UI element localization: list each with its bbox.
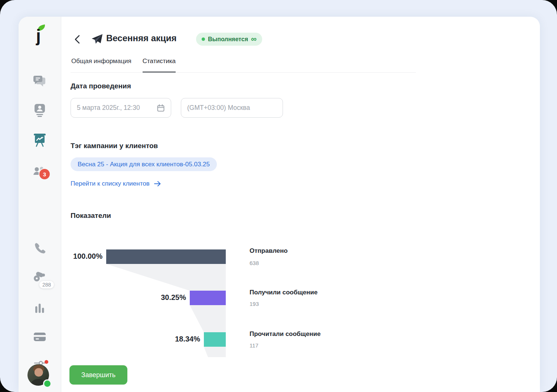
funnel-label-sent: Отправлено	[250, 247, 288, 255]
funnel-value-sent: 638	[250, 260, 259, 266]
funnel-bar-read	[204, 332, 226, 347]
timezone-input[interactable]: (GMT+03:00) Москва	[181, 98, 283, 118]
funnel-percent-sent: 100.00%	[73, 252, 102, 261]
clients-list-link[interactable]: Перейти к списку клиентов	[71, 180, 162, 187]
funnel-label-read: Прочитали сообщение	[250, 330, 320, 338]
funnel-percent-received: 30.25%	[161, 293, 186, 302]
tag-section-heading: Тэг кампании у клиентов	[71, 142, 158, 150]
logo-letter: j	[36, 27, 41, 44]
clients-list-link-label: Перейти к списку клиентов	[71, 180, 150, 187]
status-dot-icon	[202, 37, 205, 41]
arrow-right-icon	[154, 181, 162, 187]
timezone-value: (GMT+03:00) Москва	[187, 104, 250, 112]
datetime-value: 5 марта 2025г., 12:30	[77, 104, 140, 112]
chats-icon	[33, 74, 47, 88]
sidebar-item-contacts[interactable]	[19, 103, 61, 118]
app-window: j	[0, 0, 557, 392]
paper-plane-icon	[91, 33, 103, 45]
funnel-chart: 100.00% 30.25% 18.34% Отправлено 638 Пол…	[19, 249, 540, 361]
clients-badge: 3	[39, 168, 51, 180]
campaign-tag-chip[interactable]: Весна 25 - Акция для всех клиентов-05.03…	[71, 157, 217, 171]
tab-bar: Общая информация Статистика	[71, 58, 176, 73]
sidebar-item-chats[interactable]	[19, 74, 61, 88]
funnel-bar-received	[190, 291, 226, 305]
tabs-divider	[71, 72, 416, 73]
sidebar-item-clients[interactable]: 3	[19, 165, 61, 179]
tab-statistics[interactable]: Статистика	[143, 58, 176, 73]
funnel-value-received: 193	[250, 301, 259, 307]
status-label: Выполняется	[208, 36, 248, 43]
main-card: j	[19, 17, 540, 392]
back-button[interactable]	[72, 34, 82, 45]
finish-button[interactable]: Завершить	[69, 365, 127, 385]
metrics-heading: Показатели	[71, 212, 111, 220]
funnel-percent-read: 18.34%	[175, 335, 200, 343]
chevron-left-icon	[74, 35, 81, 44]
funnel-label-received: Получили сообщение	[250, 289, 317, 296]
date-section-heading: Дата проведения	[71, 82, 131, 90]
calendar-icon	[157, 104, 165, 112]
tab-general-info[interactable]: Общая информация	[71, 58, 131, 73]
campaigns-board-icon	[32, 133, 47, 148]
contacts-icon	[33, 103, 47, 118]
funnel-value-read: 117	[250, 342, 258, 349]
funnel-bar-sent	[106, 249, 226, 264]
online-status-dot	[43, 379, 52, 388]
app-logo[interactable]: j	[31, 25, 49, 48]
infinity-icon: ∞	[251, 35, 257, 43]
page-title: Весенняя акция	[106, 33, 177, 43]
sidebar-item-campaigns[interactable]	[19, 133, 61, 148]
datetime-input[interactable]: 5 марта 2025г., 12:30	[71, 98, 171, 118]
status-badge: Выполняется ∞	[196, 33, 262, 46]
